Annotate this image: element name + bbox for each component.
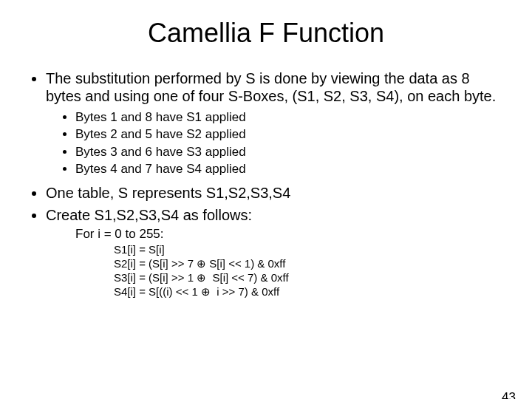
sub-bullet-item: Bytes 1 and 8 have S1 applied <box>75 109 507 125</box>
bullet-list-level1: The substitution performed by S is done … <box>25 69 507 299</box>
sub-bullet-item: Bytes 4 and 7 have S4 applied <box>75 161 507 177</box>
slide-title: Camellia F Function <box>0 18 532 49</box>
bullet-item: One table, S represents S1,S2,S3,S4 <box>46 184 507 202</box>
code-line: S4[i] = S[((i) << 1 ⊕ i >> 7) & 0xff <box>114 285 507 299</box>
bullet-item: Create S1,S2,S3,S4 as follows: For i = 0… <box>46 206 507 299</box>
bullet-item: The substitution performed by S is done … <box>46 69 507 177</box>
code-line: S3[i] = (S[i] >> 1 ⊕ S[i] << 7) & 0xff <box>114 271 507 285</box>
slide: Camellia F Function The substitution per… <box>0 18 532 399</box>
bullet-list-level2: Bytes 1 and 8 have S1 applied Bytes 2 an… <box>46 109 507 177</box>
sub-bullet-item: Bytes 3 and 6 have S3 applied <box>75 144 507 160</box>
code-line: S1[i] = S[i] <box>114 243 507 257</box>
sub-bullet-item: Bytes 2 and 5 have S2 applied <box>75 126 507 142</box>
bullet-text: Create S1,S2,S3,S4 as follows: <box>46 207 252 223</box>
code-line: S2[i] = (S[i] >> 7 ⊕ S[i] << 1) & 0xff <box>114 257 507 271</box>
for-line: For i = 0 to 255: <box>75 227 507 242</box>
bullet-text: The substitution performed by S is done … <box>46 70 496 104</box>
slide-body: The substitution performed by S is done … <box>0 69 532 299</box>
code-block: S1[i] = S[i] S2[i] = (S[i] >> 7 ⊕ S[i] <… <box>114 243 507 299</box>
page-number: 43 <box>502 390 516 399</box>
